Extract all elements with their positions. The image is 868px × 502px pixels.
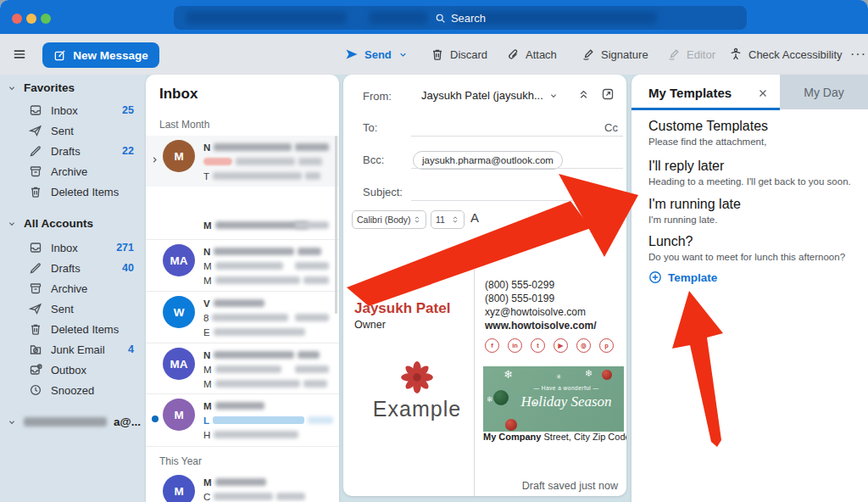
attach-button[interactable]: Attach (506, 34, 557, 75)
email-address[interactable]: xyz@howtoisolve.com (485, 305, 597, 319)
close-window-button[interactable] (12, 14, 22, 24)
message-list-panel: Inbox Last Month M N T M MA N M M W V (146, 75, 339, 502)
discard-label: Discard (450, 48, 487, 61)
facebook-icon[interactable]: f (485, 338, 499, 353)
chevron-down-icon (548, 91, 559, 101)
template-item-title[interactable]: I'm running late (648, 197, 741, 212)
favorites-section-header[interactable]: Favorites (7, 81, 75, 94)
message-row[interactable]: W V 8 E (146, 292, 339, 343)
account-section-header[interactable]: a@... (7, 416, 141, 428)
redacted-date (295, 262, 329, 270)
zoom-window-button[interactable] (41, 14, 51, 24)
search-placeholder: Search (451, 12, 486, 25)
message-row[interactable]: M M L H (146, 394, 339, 447)
redacted-text (214, 143, 292, 151)
tab-my-templates[interactable]: My Templates (648, 86, 732, 100)
redacted-text (214, 493, 273, 500)
unread-count: 25 (122, 104, 134, 116)
subject-label: Subject: (363, 186, 403, 198)
template-item-title[interactable]: I'll reply later (648, 159, 724, 174)
my-templates-panel: My Day My Templates Custome Templates Pl… (632, 75, 868, 502)
add-template-label: Template (668, 271, 717, 284)
sent-plane-icon (29, 302, 42, 315)
holiday-card-image: ❄ ✳ ❄ ✦ ❄ — Have a wonderful — Holiday S… (483, 366, 624, 432)
item-label: Drafts (51, 145, 81, 158)
message-row[interactable]: M N T (146, 136, 339, 187)
item-label: Deleted Items (51, 186, 119, 198)
double-chevron-up-icon[interactable] (577, 88, 590, 101)
new-message-button[interactable]: New Message (42, 42, 159, 68)
linkedin-icon[interactable]: in (508, 338, 522, 353)
tab-my-day[interactable]: My Day (780, 75, 868, 109)
sidebar-item-snoozed[interactable]: Snoozed (29, 380, 134, 400)
sidebar-item-junk[interactable]: Junk Email4 (29, 339, 134, 360)
close-icon[interactable] (757, 87, 769, 99)
template-item-body: Please find the attachment, (648, 137, 766, 147)
sidebar-item-deleted[interactable]: Deleted Items (29, 181, 134, 202)
signature-button[interactable]: Signature (581, 34, 648, 75)
send-button[interactable]: Send (345, 34, 409, 75)
more-options-button[interactable]: ··· (850, 34, 866, 75)
cc-button[interactable]: Cc (604, 121, 618, 134)
message-row[interactable]: M (146, 187, 339, 240)
font-color-button[interactable]: A (470, 210, 479, 225)
discard-button[interactable]: Discard (431, 34, 487, 75)
example-logo-text: Example (370, 397, 464, 421)
unread-count: 271 (116, 242, 134, 254)
chevron-down-icon (7, 417, 17, 427)
redacted-account-name (24, 417, 107, 427)
from-value: Jaysukh Patel (jaysukh... (421, 89, 543, 102)
sidebar-item-drafts[interactable]: Drafts22 (29, 141, 134, 161)
sender-lead: N (203, 247, 210, 257)
section-label-last-month: Last Month (159, 119, 209, 131)
chevron-down-icon[interactable] (398, 49, 409, 60)
check-accessibility-button[interactable]: Check Accessibility (729, 34, 843, 75)
pinterest-icon[interactable]: p (599, 338, 614, 353)
sidebar-item-outbox[interactable]: Outbox (29, 360, 134, 380)
sidebar-item-drafts-all[interactable]: Drafts40 (29, 258, 134, 278)
font-family-select[interactable]: Calibri (Body) (352, 210, 426, 229)
redacted-text (215, 380, 300, 388)
redacted-text (215, 402, 264, 410)
snooze-clock-icon (29, 383, 42, 397)
avatar: M (163, 140, 195, 172)
search-bar[interactable]: Search (174, 6, 747, 30)
sidebar-item-deleted-all[interactable]: Deleted Items (29, 319, 134, 339)
sidebar-item-inbox-all[interactable]: Inbox271 (29, 237, 134, 258)
preview-lead: E (203, 327, 210, 337)
draft-status: Draft saved just now (522, 480, 618, 492)
preview-lead: H (203, 430, 210, 440)
message-row[interactable]: MA N M M (146, 240, 339, 292)
chevron-right-icon[interactable] (149, 154, 160, 165)
message-row[interactable]: MA N M M (146, 343, 339, 394)
font-size-select[interactable]: 11 (431, 210, 465, 229)
sidebar-item-sent-all[interactable]: Sent (29, 298, 134, 319)
item-label: Sent (51, 125, 74, 137)
message-row[interactable]: M M C (146, 471, 339, 502)
add-template-button[interactable]: Template (648, 271, 717, 284)
sidebar-item-archive[interactable]: Archive (29, 161, 134, 181)
redacted-highlight (213, 416, 304, 424)
subject-lead: 8 (203, 313, 209, 323)
sidebar-item-sent[interactable]: Sent (29, 120, 134, 141)
subject-field[interactable] (411, 180, 623, 200)
menu-button[interactable] (12, 34, 27, 75)
sidebar-item-archive-all[interactable]: Archive (29, 278, 134, 298)
avatar: M (163, 475, 195, 502)
minimize-window-button[interactable] (26, 14, 36, 24)
all-accounts-section-header[interactable]: All Accounts (7, 217, 93, 230)
bcc-label: Bcc: (363, 153, 384, 166)
youtube-icon[interactable]: ▶ (554, 338, 568, 353)
redacted-text (214, 328, 305, 336)
bcc-recipient-pill[interactable]: jaysukh.pharma@outlook.com (413, 151, 563, 170)
list-scrollbar[interactable] (335, 136, 337, 314)
instagram-icon[interactable]: ◎ (576, 338, 591, 353)
template-item-title[interactable]: Lunch? (648, 234, 693, 249)
website-link[interactable]: www.howtoisolve.com/ (485, 319, 597, 332)
twitter-icon[interactable]: t (531, 338, 545, 353)
sidebar-item-inbox[interactable]: Inbox25 (29, 100, 134, 120)
to-field[interactable] (411, 115, 598, 136)
popout-icon[interactable] (601, 87, 615, 101)
template-item-title[interactable]: Custome Templates (648, 119, 768, 134)
from-selector[interactable]: Jaysukh Patel (jaysukh... (421, 89, 559, 102)
